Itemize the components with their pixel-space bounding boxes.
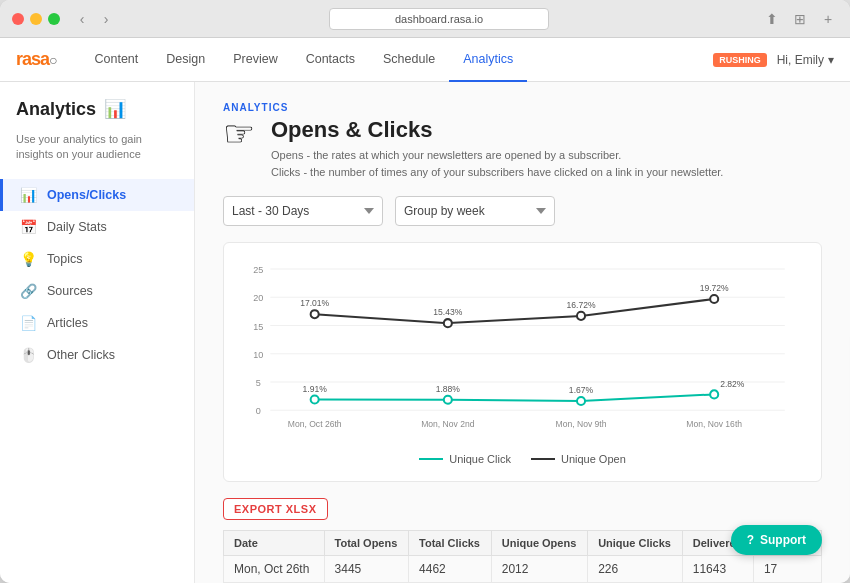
back-button[interactable]: ‹ — [72, 9, 92, 29]
sidebar-item-topics[interactable]: 💡 Topics — [0, 243, 194, 275]
support-label: Support — [760, 533, 806, 547]
tab-schedule[interactable]: Schedule — [369, 38, 449, 82]
table-cell: 2012 — [491, 555, 587, 582]
export-xlsx-button[interactable]: EXPORT XLSX — [223, 498, 328, 520]
svg-point-20 — [311, 395, 319, 403]
address-bar: dashboard.rasa.io — [124, 8, 754, 30]
titlebar: ‹ › dashboard.rasa.io ⬆ ⊞ + — [0, 0, 850, 38]
chart-legend: Unique Click Unique Open — [240, 453, 805, 465]
legend-click-label: Unique Click — [449, 453, 511, 465]
col-unique-opens: Unique Opens — [491, 530, 587, 555]
header-right: RUSHING Hi, Emily ▾ — [713, 53, 834, 67]
chart-container: 25 20 15 10 5 0 — [223, 242, 822, 482]
table-row: Mon, Oct 26th3445446220122261164317 — [224, 555, 822, 582]
svg-point-13 — [444, 319, 452, 327]
svg-point-23 — [710, 390, 718, 398]
svg-text:0: 0 — [256, 406, 261, 416]
filter-row: Last - 30 Days Last - 7 Days Last - 90 D… — [223, 196, 822, 226]
user-label: Hi, Emily — [777, 53, 824, 67]
page-header: ☞ Opens & Clicks Opens - the rates at wh… — [223, 117, 822, 180]
svg-point-12 — [311, 310, 319, 318]
section-label: ANALYTICS — [223, 102, 822, 113]
forward-button[interactable]: › — [96, 9, 116, 29]
analytics-icon: 📊 — [104, 98, 126, 120]
sidebar-item-label: Daily Stats — [47, 220, 107, 234]
support-icon: ? — [747, 533, 754, 547]
svg-text:10: 10 — [253, 350, 263, 360]
opens-clicks-icon: 📊 — [19, 187, 37, 203]
logo: rasa○ — [16, 49, 57, 70]
page-desc-2: Clicks - the number of times any of your… — [271, 164, 723, 181]
sources-icon: 🔗 — [19, 283, 37, 299]
tab-design[interactable]: Design — [152, 38, 219, 82]
svg-text:2.82%: 2.82% — [720, 379, 745, 389]
sidebar-item-label: Sources — [47, 284, 93, 298]
sidebar-title: Analytics — [16, 99, 96, 120]
click-line-indicator — [419, 458, 443, 460]
svg-text:25: 25 — [253, 265, 263, 275]
svg-text:15.43%: 15.43% — [433, 307, 462, 317]
sidebar: Analytics 📊 Use your analytics to gain i… — [0, 82, 195, 583]
sidebar-item-articles[interactable]: 📄 Articles — [0, 307, 194, 339]
articles-icon: 📄 — [19, 315, 37, 331]
svg-text:16.72%: 16.72% — [566, 300, 595, 310]
svg-text:Mon, Nov 9th: Mon, Nov 9th — [556, 419, 607, 429]
group-by-select[interactable]: Group by week Group by day Group by mont… — [395, 196, 555, 226]
tab-analytics[interactable]: Analytics — [449, 38, 527, 82]
sidebar-item-label: Other Clicks — [47, 348, 115, 362]
fullscreen-button[interactable]: ⊞ — [790, 9, 810, 29]
line-chart: 25 20 15 10 5 0 — [240, 259, 805, 441]
share-button[interactable]: ⬆ — [762, 9, 782, 29]
svg-point-21 — [444, 396, 452, 404]
minimize-button[interactable] — [30, 13, 42, 25]
page-desc-1: Opens - the rates at which your newslett… — [271, 147, 723, 164]
page-title: Opens & Clicks — [271, 117, 723, 143]
new-tab-button[interactable]: + — [818, 9, 838, 29]
user-greeting[interactable]: Hi, Emily ▾ — [777, 53, 834, 67]
topics-icon: 💡 — [19, 251, 37, 267]
support-button[interactable]: ? Support — [731, 525, 822, 555]
sidebar-item-sources[interactable]: 🔗 Sources — [0, 275, 194, 307]
app-header: rasa○ Content Design Preview Contacts Sc… — [0, 38, 850, 82]
sidebar-item-label: Topics — [47, 252, 82, 266]
sidebar-item-opens-clicks[interactable]: 📊 Opens/Clicks — [0, 179, 194, 211]
sidebar-item-daily-stats[interactable]: 📅 Daily Stats — [0, 211, 194, 243]
chevron-down-icon: ▾ — [828, 53, 834, 67]
nav-tabs: Content Design Preview Contacts Schedule… — [81, 38, 714, 82]
open-line-indicator — [531, 458, 555, 460]
tab-contacts[interactable]: Contacts — [292, 38, 369, 82]
date-range-select[interactable]: Last - 30 Days Last - 7 Days Last - 90 D… — [223, 196, 383, 226]
close-button[interactable] — [12, 13, 24, 25]
svg-text:Mon, Nov 2nd: Mon, Nov 2nd — [421, 419, 475, 429]
svg-text:1.91%: 1.91% — [303, 384, 328, 394]
col-date: Date — [224, 530, 325, 555]
traffic-lights — [12, 13, 60, 25]
main-layout: Analytics 📊 Use your analytics to gain i… — [0, 82, 850, 583]
sidebar-item-label: Opens/Clicks — [47, 188, 126, 202]
hand-pointer-icon: ☞ — [223, 113, 255, 155]
svg-text:15: 15 — [253, 322, 263, 332]
table-cell: 17 — [753, 555, 821, 582]
svg-text:Mon, Nov 16th: Mon, Nov 16th — [686, 419, 742, 429]
tab-content[interactable]: Content — [81, 38, 153, 82]
svg-text:19.72%: 19.72% — [700, 283, 729, 293]
tab-preview[interactable]: Preview — [219, 38, 291, 82]
maximize-button[interactable] — [48, 13, 60, 25]
svg-point-14 — [577, 312, 585, 320]
sidebar-header: Analytics 📊 — [0, 98, 194, 132]
svg-text:Mon, Oct 26th: Mon, Oct 26th — [288, 419, 342, 429]
svg-text:17.01%: 17.01% — [300, 298, 329, 308]
table-cell: 226 — [588, 555, 683, 582]
sidebar-item-other-clicks[interactable]: 🖱️ Other Clicks — [0, 339, 194, 371]
url-display[interactable]: dashboard.rasa.io — [329, 8, 549, 30]
sidebar-item-label: Articles — [47, 316, 88, 330]
daily-stats-icon: 📅 — [19, 219, 37, 235]
table-cell: Mon, Oct 26th — [224, 555, 325, 582]
svg-text:20: 20 — [253, 293, 263, 303]
col-unique-clicks: Unique Clicks — [588, 530, 683, 555]
table-cell: 3445 — [324, 555, 409, 582]
sidebar-description: Use your analytics to gain insights on y… — [0, 132, 194, 179]
legend-unique-open: Unique Open — [531, 453, 626, 465]
legend-unique-click: Unique Click — [419, 453, 511, 465]
content-area: ANALYTICS ☞ Opens & Clicks Opens - the r… — [195, 82, 850, 583]
